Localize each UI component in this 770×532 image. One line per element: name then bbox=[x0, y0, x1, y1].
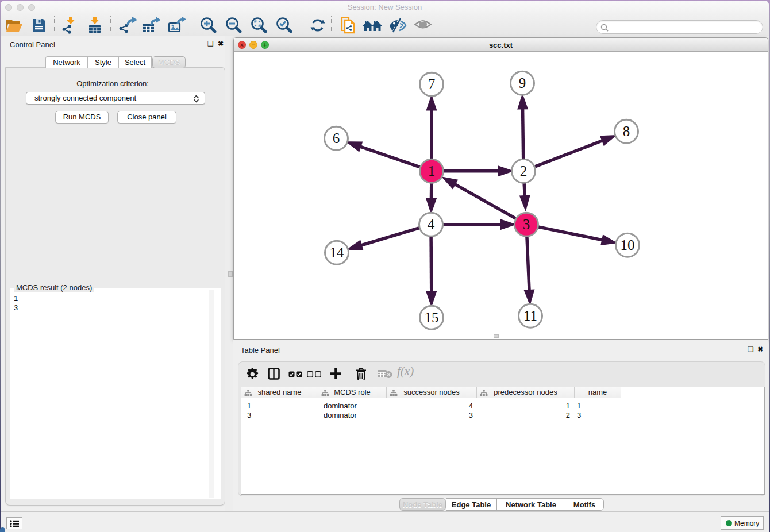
svg-text:10: 10 bbox=[621, 237, 635, 253]
svg-text:1: 1 bbox=[428, 163, 436, 179]
svg-text:7: 7 bbox=[428, 76, 436, 92]
svg-text:11: 11 bbox=[523, 308, 537, 323]
svg-text:15: 15 bbox=[425, 310, 439, 325]
svg-text:9: 9 bbox=[519, 75, 526, 91]
svg-text:14: 14 bbox=[330, 245, 345, 260]
svg-text:4: 4 bbox=[428, 217, 435, 232]
svg-text:6: 6 bbox=[333, 130, 340, 146]
svg-text:2: 2 bbox=[520, 163, 528, 179]
svg-text:8: 8 bbox=[623, 124, 630, 139]
svg-text:3: 3 bbox=[523, 217, 530, 232]
